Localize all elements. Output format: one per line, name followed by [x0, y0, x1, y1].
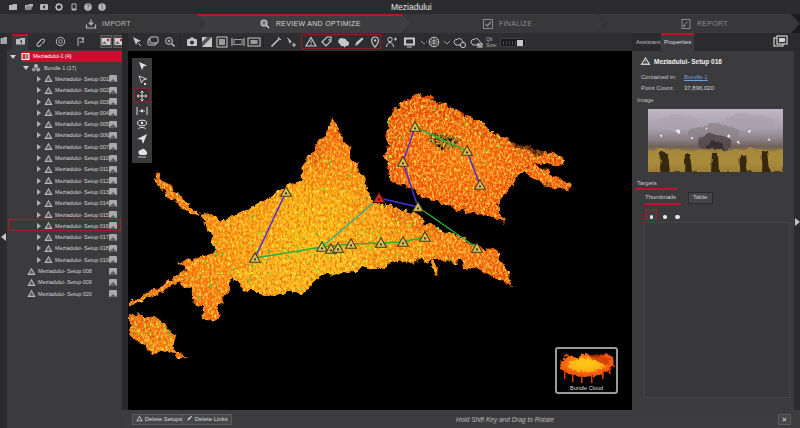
svg-text:i: i — [101, 3, 102, 10]
svg-text:M: M — [477, 42, 483, 49]
svg-text:?: ? — [86, 3, 90, 10]
